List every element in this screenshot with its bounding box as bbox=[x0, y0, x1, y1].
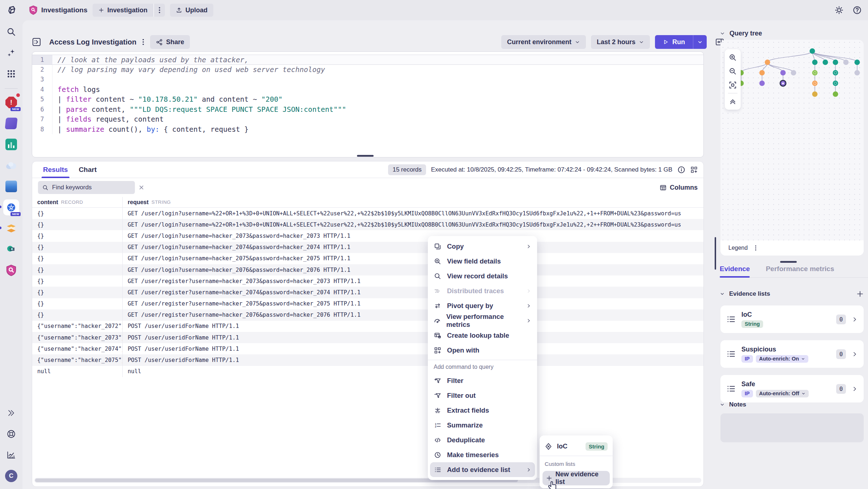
table-row[interactable]: {}GET /user/register?username=hacker_207… bbox=[32, 309, 703, 321]
menu-item-add-to-evidence-list[interactable]: Add to evidence list bbox=[430, 462, 535, 477]
cell-content[interactable]: {} bbox=[32, 219, 123, 230]
code-line[interactable]: 6| parse content, """LD DQS:request SPAC… bbox=[32, 105, 703, 115]
cell-request[interactable]: GET /user/login?username=hacker_2074&pas… bbox=[123, 242, 703, 253]
auto-enrich-dropdown[interactable]: Auto-enrich: On bbox=[756, 355, 808, 363]
run-button[interactable]: Run bbox=[655, 35, 693, 49]
collapse-up-icon[interactable] bbox=[726, 94, 739, 108]
evidence-list-card-ioc[interactable]: IoCString0 bbox=[720, 305, 864, 333]
clear-search-icon[interactable] bbox=[139, 185, 144, 190]
services-icon[interactable] bbox=[3, 115, 19, 131]
gear-icon[interactable] bbox=[835, 6, 843, 14]
tree-node-b2[interactable] bbox=[760, 81, 765, 86]
evidence-list-card-safe[interactable]: SafeIPAuto-enrich: Off 0 bbox=[720, 375, 864, 402]
cell-content[interactable]: {"username":"hacker_2075"} bbox=[32, 354, 123, 366]
timeframe-selector[interactable]: Last 2 hours bbox=[591, 35, 650, 49]
tree-node-t4[interactable] bbox=[843, 60, 849, 65]
search-icon[interactable] bbox=[3, 24, 19, 40]
column-header-request[interactable]: request bbox=[128, 199, 149, 206]
table-row[interactable]: {}GET /user/login?username=%22+OR+1+%3D+… bbox=[32, 219, 703, 230]
cell-content[interactable]: {} bbox=[32, 275, 123, 287]
cloud-icon[interactable] bbox=[3, 157, 19, 173]
cell-content[interactable]: {} bbox=[32, 309, 123, 321]
kubernetes-icon[interactable]: NEW bbox=[3, 199, 19, 215]
fit-screen-icon[interactable] bbox=[726, 78, 739, 92]
tree-node-t1c[interactable] bbox=[812, 92, 818, 97]
cell-content[interactable]: {"username":"hacker_2072"} bbox=[32, 321, 123, 332]
submenu-item-ioc[interactable]: IoC String bbox=[540, 438, 613, 454]
menu-item-create-lookup-table[interactable]: Create lookup table bbox=[428, 328, 537, 343]
help-icon[interactable] bbox=[853, 6, 861, 14]
chevron-down-icon[interactable] bbox=[720, 31, 725, 36]
tree-node-b1[interactable] bbox=[760, 70, 765, 76]
expand-sidebar-icon[interactable] bbox=[3, 405, 19, 421]
tree-node-t1[interactable] bbox=[812, 60, 818, 65]
menu-item-filter[interactable]: Filter bbox=[428, 373, 537, 388]
menu-item-deduplicate[interactable]: Deduplicate bbox=[428, 433, 537, 447]
cell-request[interactable]: POST /user/useridForName HTTP/1.1 bbox=[123, 332, 703, 343]
legend-kebab-icon[interactable] bbox=[755, 245, 757, 251]
zoom-out-icon[interactable] bbox=[726, 64, 739, 78]
code-line[interactable]: 8| summarize count(), by: { content, req… bbox=[32, 125, 703, 135]
table-row[interactable]: {"username":"hacker_2072"}POST /user/use… bbox=[32, 321, 703, 332]
new-investigation-button[interactable]: Investigation bbox=[93, 4, 153, 17]
run-options-button[interactable] bbox=[693, 35, 707, 49]
menu-item-pivot-query-by[interactable]: Pivot query by bbox=[428, 298, 537, 313]
cell-request[interactable]: POST /user/useridForName HTTP/1.1 bbox=[123, 321, 703, 332]
help-hub-icon[interactable] bbox=[3, 426, 19, 442]
query-tree-canvas[interactable]: Legend bbox=[720, 40, 864, 256]
tab-performance-metrics[interactable]: Performance metrics bbox=[766, 265, 834, 273]
cell-request[interactable]: GET /user/login?username=%22+OR+1+%3D+0+… bbox=[123, 219, 703, 230]
menu-item-extract-fields[interactable]: Extract fields bbox=[428, 403, 537, 418]
code-line[interactable]: 5| filter content ~ "10.178.50.21" and c… bbox=[32, 94, 703, 105]
problems-icon[interactable]: ! NEW bbox=[3, 94, 19, 110]
tree-node-t1a[interactable] bbox=[812, 70, 818, 76]
tree-node-d1[interactable] bbox=[791, 70, 796, 76]
table-row[interactable]: {"username":"hacker_2073"}POST /user/use… bbox=[32, 332, 703, 343]
tree-node-t3c[interactable] bbox=[833, 92, 838, 97]
table-row[interactable]: {}GET /user/login?username=%22+OR+1+%3D+… bbox=[32, 208, 703, 219]
info-icon[interactable] bbox=[677, 166, 685, 174]
columns-button[interactable]: Columns bbox=[660, 184, 698, 191]
investigations-shield-icon[interactable] bbox=[3, 262, 19, 278]
table-row[interactable]: {}GET /user/login?username=hacker_2075&p… bbox=[32, 253, 703, 264]
cell-request[interactable]: GET /user/register?username=hacker_2075&… bbox=[123, 298, 703, 309]
cell-content[interactable]: {} bbox=[32, 253, 123, 264]
code-line[interactable]: 7| fields request, content bbox=[32, 114, 703, 125]
environment-selector[interactable]: Current environment bbox=[501, 35, 586, 49]
tree-node-root[interactable] bbox=[810, 49, 815, 54]
column-header-content[interactable]: content bbox=[37, 199, 58, 206]
menu-item-copy[interactable]: Copy bbox=[428, 239, 537, 254]
tree-node-t3a[interactable] bbox=[833, 70, 838, 76]
code-line[interactable]: 2// log parsing may vary depending on us… bbox=[32, 65, 703, 75]
cell-content[interactable]: {} bbox=[32, 230, 123, 241]
tab-chart[interactable]: Chart bbox=[79, 161, 97, 178]
avatar[interactable]: C bbox=[3, 468, 19, 484]
tree-node-c2[interactable] bbox=[780, 80, 786, 86]
menu-item-summarize[interactable]: 12Summarize bbox=[428, 418, 537, 433]
tree-node-t1b[interactable] bbox=[812, 81, 818, 86]
tree-node-t3b[interactable] bbox=[833, 81, 838, 86]
code-line[interactable]: 4fetch logs bbox=[32, 85, 703, 95]
cell-content[interactable]: {} bbox=[32, 298, 123, 309]
usage-icon[interactable] bbox=[3, 447, 19, 463]
panel-resize-handle[interactable] bbox=[715, 237, 716, 270]
table-row[interactable]: {"username":"hacker_2075"}POST /user/use… bbox=[32, 354, 703, 366]
tree-node-c1[interactable] bbox=[780, 70, 786, 76]
cell-request[interactable]: GET /user/register?username=hacker_2076&… bbox=[123, 309, 703, 321]
menu-item-view-performance-metrics[interactable]: View performance metrics bbox=[428, 313, 537, 328]
chevron-right-icon[interactable] bbox=[852, 351, 858, 357]
zoom-in-icon[interactable] bbox=[726, 51, 739, 64]
table-row[interactable]: {}GET /user/register?username=hacker_207… bbox=[32, 298, 703, 309]
tree-node-t5a[interactable] bbox=[855, 70, 860, 76]
menu-item-view-field-details[interactable]: View field details bbox=[428, 254, 537, 269]
chevron-down-icon[interactable] bbox=[720, 291, 725, 296]
cell-request[interactable]: GET /user/register?username=hacker_2074&… bbox=[123, 287, 703, 298]
cell-content[interactable]: {} bbox=[32, 208, 123, 219]
tree-node-t3[interactable] bbox=[833, 60, 838, 65]
evidence-list-card-suspicious[interactable]: SuspiciousIPAuto-enrich: On 0 bbox=[720, 340, 864, 368]
query-editor[interactable]: 1// look at the payloads used by the att… bbox=[32, 51, 704, 157]
auto-enrich-dropdown[interactable]: Auto-enrich: Off bbox=[756, 390, 809, 397]
tree-node-t5[interactable] bbox=[855, 60, 860, 65]
menu-item-filter-out[interactable]: Filter out bbox=[428, 388, 537, 403]
tab-results[interactable]: Results bbox=[43, 161, 68, 178]
